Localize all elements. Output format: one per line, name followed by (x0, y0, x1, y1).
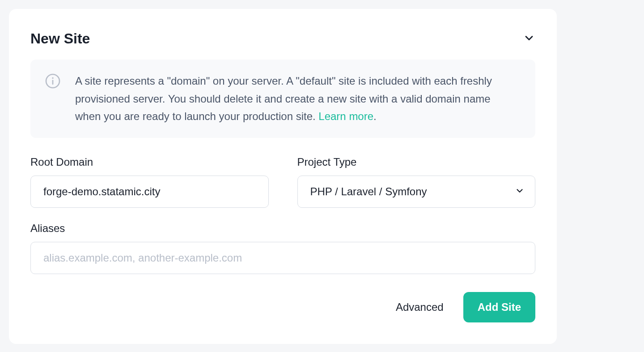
info-icon (45, 73, 61, 89)
aliases-group: Aliases (30, 222, 535, 274)
learn-more-link[interactable]: Learn more (318, 110, 373, 122)
root-domain-label: Root Domain (30, 156, 269, 168)
root-domain-input[interactable] (30, 176, 269, 208)
project-type-group: Project Type PHP / Laravel / Symfony (297, 156, 536, 208)
card-header: New Site (30, 30, 535, 47)
form-row-2: Aliases (30, 222, 535, 274)
svg-point-2 (52, 77, 53, 79)
chevron-down-icon (523, 32, 535, 44)
info-text-suffix: . (373, 110, 377, 122)
new-site-card: New Site A site represents a "domain" on… (9, 9, 557, 344)
info-text-body: A site represents a "domain" on your ser… (75, 75, 492, 122)
project-type-select-wrapper: PHP / Laravel / Symfony (297, 176, 536, 208)
root-domain-group: Root Domain (30, 156, 269, 208)
project-type-label: Project Type (297, 156, 536, 168)
actions-row: Advanced Add Site (30, 292, 535, 322)
project-type-select[interactable]: PHP / Laravel / Symfony (297, 176, 536, 208)
aliases-label: Aliases (30, 222, 535, 235)
aliases-input[interactable] (30, 242, 535, 274)
advanced-button[interactable]: Advanced (396, 301, 444, 313)
card-title: New Site (30, 30, 90, 47)
info-text: A site represents a "domain" on your ser… (75, 72, 517, 125)
info-box: A site represents a "domain" on your ser… (30, 60, 535, 138)
form-row-1: Root Domain Project Type PHP / Laravel /… (30, 156, 535, 208)
add-site-button[interactable]: Add Site (463, 292, 535, 322)
collapse-toggle[interactable] (523, 32, 535, 46)
